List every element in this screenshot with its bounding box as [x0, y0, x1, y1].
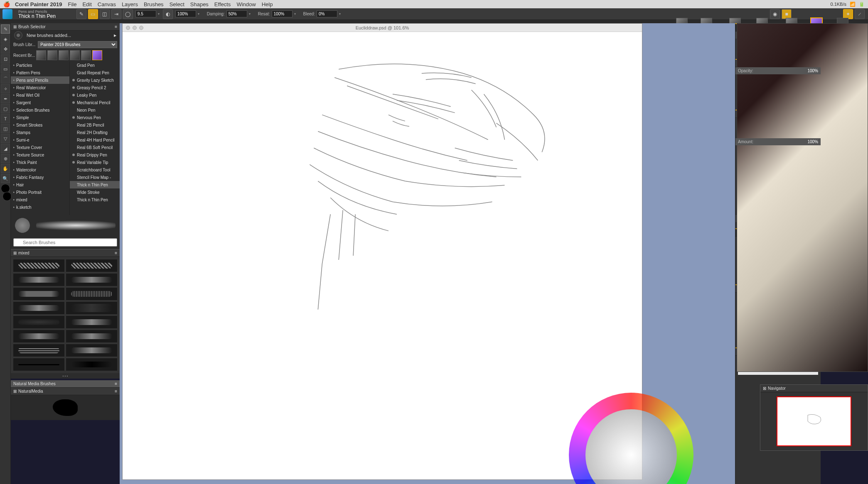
mixed-brush[interactable]: [13, 358, 64, 371]
mixed-brush[interactable]: [13, 316, 64, 328]
brush-tool-icon[interactable]: ✎: [1, 24, 10, 34]
damping-field[interactable]: [226, 10, 247, 17]
ignore-sets-checkbox[interactable]: [738, 279, 742, 283]
menu-effects[interactable]: Effects: [214, 1, 231, 7]
variant-item[interactable]: Nervous Pen: [70, 114, 120, 121]
damping-dropdown-icon[interactable]: ▾: [249, 12, 251, 16]
mixed-brush[interactable]: [13, 259, 64, 272]
size-field[interactable]: [135, 10, 156, 17]
category-item[interactable]: ▸Photo Portrait: [11, 188, 69, 196]
search-input[interactable]: [13, 238, 117, 247]
close-icon[interactable]: ⊠: [13, 389, 17, 394]
brush-library-select[interactable]: Painter 2019 Brushes: [38, 41, 117, 48]
hsv-s-value[interactable]: 0%: [806, 252, 818, 257]
invert-icon[interactable]: ⇅: [799, 96, 805, 102]
mixed-brush[interactable]: [13, 330, 64, 342]
panel-menu-icon[interactable]: ≡: [115, 389, 117, 394]
tab-dab-profile[interactable]: Dab Profile: [735, 24, 762, 31]
category-item[interactable]: ▸Selection Brushes: [11, 106, 69, 114]
dryout-amount-value[interactable]: 22026.: [805, 216, 818, 221]
spacing-value[interactable]: 25%: [806, 33, 818, 37]
mixed-brush[interactable]: [66, 358, 117, 371]
recent-swatch[interactable]: [81, 50, 91, 60]
smoothness-value[interactable]: 0%: [806, 90, 818, 94]
recent-swatch[interactable]: [70, 50, 80, 60]
tab-spacing[interactable]: ⊠Spacing: [777, 24, 803, 31]
expression-select3[interactable]: None: [770, 188, 805, 194]
size-dropdown-icon[interactable]: ▾: [158, 12, 160, 16]
crop-tool-icon[interactable]: ⊡: [1, 54, 10, 64]
pen-tool-icon[interactable]: ✒: [1, 94, 10, 103]
category-item[interactable]: ▸Watercolor: [11, 166, 69, 174]
tab-size[interactable]: Size: [762, 24, 777, 31]
bucket-tool-icon[interactable]: ▽: [1, 134, 10, 143]
panel-menu-icon[interactable]: ≡: [115, 251, 117, 255]
variant-item[interactable]: Leaky Pen: [70, 91, 120, 99]
battery-icon[interactable]: 🔋: [859, 2, 865, 7]
canvas[interactable]: [123, 32, 642, 479]
expression-select[interactable]: Pressure: [766, 96, 799, 102]
curve-icon[interactable]: ⟋: [812, 153, 818, 159]
category-item[interactable]: ▸Fabric Fantasy: [11, 174, 69, 181]
category-item[interactable]: ▸Smart Strokes: [11, 121, 69, 129]
tool-area-icon[interactable]: ◫: [100, 9, 110, 19]
panel-menu-icon[interactable]: ≡: [115, 24, 117, 29]
category-item[interactable]: ▸Sargent: [11, 99, 69, 106]
mixed-brush[interactable]: [13, 274, 64, 286]
hsv-h-value[interactable]: 0%: [806, 245, 818, 249]
mixed-brush[interactable]: [66, 259, 117, 272]
category-item[interactable]: ▸Real Wet Oil: [11, 91, 69, 99]
audio-icon[interactable]: 🔊: [738, 273, 743, 277]
variant-item[interactable]: Thick n Thin Pen: [70, 196, 120, 203]
brush-loading-checkbox[interactable]: [738, 203, 742, 207]
mixed-brush[interactable]: [66, 288, 117, 300]
mixed-brush[interactable]: [66, 330, 117, 342]
variant-item[interactable]: Mechanical Pencil: [70, 99, 120, 106]
variant-item[interactable]: Stencil Flow Map -: [70, 174, 120, 181]
variant-item[interactable]: Grad Repeat Pen: [70, 69, 120, 76]
invert-icon[interactable]: ⇅: [806, 153, 811, 159]
variant-item[interactable]: Real Variable Tip: [70, 159, 120, 166]
menu-canvas[interactable]: Canvas: [98, 1, 116, 7]
variant-item[interactable]: Grad Pen: [70, 61, 120, 69]
menu-file[interactable]: File: [68, 1, 76, 7]
resat-field[interactable]: [272, 10, 293, 17]
category-item[interactable]: ▸Sumi-e: [11, 136, 69, 144]
amount-value[interactable]: 100%: [806, 139, 818, 144]
zoom-tool-icon[interactable]: 🔍: [1, 174, 10, 183]
opacity-dropdown-icon[interactable]: ▾: [198, 12, 199, 16]
clone-tool-icon[interactable]: ⊕: [1, 154, 10, 163]
curve-icon[interactable]: ⟋: [806, 96, 811, 102]
variant-item[interactable]: Real 6B Soft Pencil: [70, 144, 120, 151]
min-opacity-value[interactable]: 0%: [806, 76, 818, 80]
category-item[interactable]: ▸Stamps: [11, 129, 69, 136]
variant-item[interactable]: Real Drippy Pen: [70, 151, 120, 159]
category-item[interactable]: ▸Texture Source: [11, 151, 69, 159]
dropper-tool-icon[interactable]: ◈: [1, 34, 10, 44]
category-item[interactable]: ▸Particles: [11, 61, 69, 69]
bleed-min-value[interactable]: 0%: [806, 182, 818, 186]
variant-item[interactable]: Wide Stroke: [70, 188, 120, 196]
menu-edit[interactable]: Edit: [82, 1, 91, 7]
new-brushes-banner[interactable]: New brushes added... ▶: [11, 31, 120, 40]
min-amount-value[interactable]: 0%: [806, 147, 818, 151]
elb-checkbox[interactable]: [738, 126, 742, 130]
menu-select[interactable]: Select: [170, 1, 184, 7]
recent-swatch[interactable]: [59, 50, 69, 60]
document-titlebar[interactable]: Eucliddraw.psd @ 101.6%: [123, 24, 642, 32]
preset-select[interactable]: Balanced: [776, 118, 819, 125]
close-icon[interactable]: ⊠: [13, 24, 17, 29]
category-item[interactable]: ▸k.sketch: [11, 203, 69, 211]
variant-item[interactable]: Real 2H Drafting: [70, 129, 120, 136]
variant-item[interactable]: Neon Pen: [70, 106, 120, 114]
expression-select2[interactable]: None: [770, 153, 805, 159]
brush-category-list[interactable]: ▸Particles▸Pattern Pens▸Pens and Pencils…: [11, 61, 70, 215]
category-item[interactable]: ▸mixed: [11, 196, 69, 203]
tab-color-variability[interactable]: ⊠Color Variability: [774, 229, 813, 236]
mixed-brush[interactable]: [13, 344, 64, 357]
ctd-checkbox[interactable]: [738, 47, 742, 51]
category-item[interactable]: ▸Pens and Pencils: [11, 76, 69, 84]
audio-icon[interactable]: ♪: [812, 96, 818, 102]
shape-tool-icon[interactable]: ▢: [1, 104, 10, 113]
select-tool-icon[interactable]: ▭: [1, 64, 10, 73]
